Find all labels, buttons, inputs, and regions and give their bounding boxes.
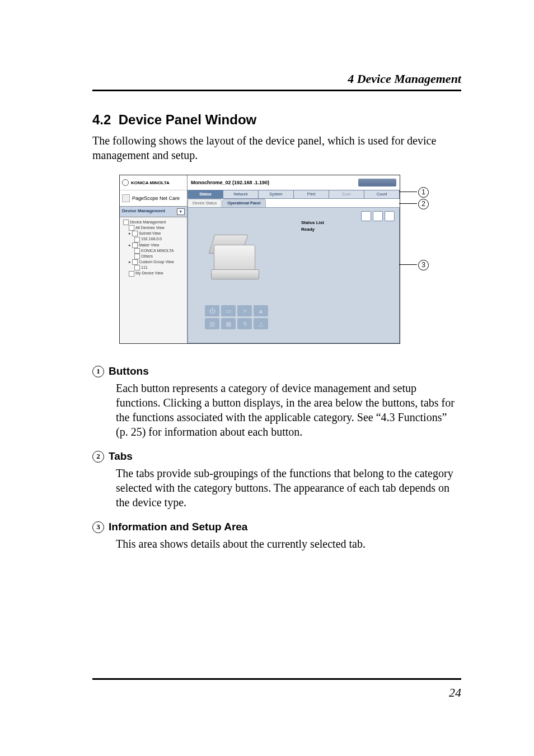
main-area: Monochrome_02 (192.168 .1.190) Status Ne… bbox=[188, 175, 400, 343]
tree-item[interactable]: Subnet View bbox=[139, 231, 161, 235]
sidebar-header-label: Device Management bbox=[122, 208, 165, 215]
tree-root[interactable]: Device Management bbox=[130, 220, 166, 224]
netcare-row: PageScope Net Care bbox=[120, 190, 187, 207]
tree-item[interactable]: Custom Group View bbox=[139, 260, 174, 264]
callout-line-1 bbox=[399, 192, 417, 192]
item-heading-buttons: 1 Buttons bbox=[92, 365, 460, 377]
toner-icon: ▲ bbox=[254, 305, 268, 316]
device-status-tab[interactable]: Device Status bbox=[188, 199, 222, 207]
paper-icon: ▭ bbox=[221, 305, 236, 316]
item-body-buttons: Each button represents a category of dev… bbox=[116, 381, 460, 439]
header-rule bbox=[92, 90, 461, 91]
category-button-row: Status Network System Print Scan Count bbox=[188, 190, 400, 199]
item-title-buttons: Buttons bbox=[109, 365, 149, 377]
circled-number-3: 3 bbox=[92, 521, 104, 533]
network-button[interactable]: Network bbox=[223, 190, 259, 199]
power-icon: ⏻ bbox=[205, 305, 219, 316]
tray-icon: ▥ bbox=[205, 318, 219, 329]
dropdown-icon[interactable]: ▾ bbox=[177, 208, 185, 215]
sub-tab-row: Device Status Operational Panel bbox=[188, 199, 400, 207]
netcare-icon bbox=[122, 194, 130, 202]
chapter-title: 4 Device Management bbox=[92, 72, 461, 86]
callout-line-2 bbox=[399, 203, 417, 204]
information-setup-area: ⏻ ▭ ⤬ ▲ ▥ ▦ ↯ △ Status List bbox=[188, 207, 400, 343]
sidebar-header: Device Management ▾ bbox=[120, 207, 187, 217]
app-frame: KONICA MINOLTA PageScope Net Care Device… bbox=[119, 175, 400, 344]
search-device-button[interactable] bbox=[358, 179, 396, 186]
tree-item[interactable]: My Device View bbox=[135, 271, 163, 275]
refresh-icon[interactable] bbox=[373, 211, 383, 221]
scan-button[interactable]: Scan bbox=[329, 190, 364, 199]
door-icon: ⤬ bbox=[237, 305, 252, 316]
item-heading-info-area: 3 Information and Setup Area bbox=[92, 521, 460, 533]
up-arrow-icon[interactable] bbox=[361, 211, 371, 221]
item-body-tabs: The tabs provide sub-groupings of the fu… bbox=[116, 466, 460, 510]
brand-logo: KONICA MINOLTA bbox=[120, 175, 187, 190]
tree-item[interactable]: Others bbox=[141, 254, 153, 258]
brand-text: KONICA MINOLTA bbox=[131, 180, 170, 185]
callout-line-3 bbox=[399, 264, 417, 265]
item-title-tabs: Tabs bbox=[109, 450, 133, 463]
page-number: 24 bbox=[92, 685, 461, 700]
circled-number-2: 2 bbox=[92, 451, 104, 463]
callout-3: 3 bbox=[418, 259, 429, 270]
status-button[interactable]: Status bbox=[188, 190, 223, 199]
section-number: 4.2 bbox=[92, 112, 111, 127]
item-title-info-area: Information and Setup Area bbox=[109, 521, 247, 533]
system-button[interactable]: System bbox=[259, 190, 294, 199]
sidebar: KONICA MINOLTA PageScope Net Care Device… bbox=[120, 175, 188, 343]
item-body-info-area: This area shows details about the curren… bbox=[116, 536, 460, 551]
tree-item[interactable]: KONICA MINOLTA bbox=[141, 249, 174, 253]
item-heading-tabs: 2 Tabs bbox=[92, 450, 460, 463]
status-icon-grid: ⏻ ▭ ⤬ ▲ ▥ ▦ ↯ △ bbox=[205, 305, 268, 329]
toolbar-buttons bbox=[361, 211, 395, 221]
callout-1: 1 bbox=[418, 186, 429, 198]
warning-icon: △ bbox=[254, 318, 268, 329]
circled-number-1: 1 bbox=[92, 366, 104, 377]
count-button[interactable]: Count bbox=[364, 190, 400, 199]
footer-rule bbox=[92, 678, 461, 680]
printer-image bbox=[206, 230, 262, 281]
brand-icon bbox=[122, 179, 129, 186]
help-icon[interactable] bbox=[385, 211, 395, 221]
job-icon: ↯ bbox=[237, 318, 252, 329]
ready-label: Ready bbox=[301, 227, 315, 232]
device-title: Monochrome_02 (192.168 .1.190) bbox=[191, 180, 269, 185]
output-icon: ▦ bbox=[221, 318, 236, 329]
callout-2: 2 bbox=[418, 198, 429, 209]
tree-item[interactable]: 111 bbox=[141, 265, 148, 269]
device-tree[interactable]: Device Management All Devices View ▸ Sub… bbox=[120, 217, 187, 279]
figure-screenshot: KONICA MINOLTA PageScope Net Care Device… bbox=[119, 175, 433, 343]
intro-paragraph: The following shows the layout of the de… bbox=[92, 133, 460, 162]
section-title: 4.2 Device Panel Window bbox=[92, 112, 460, 128]
operational-panel-tab[interactable]: Operational Panel bbox=[222, 199, 266, 207]
section-heading: Device Panel Window bbox=[119, 112, 257, 127]
tree-item[interactable]: All Devices View bbox=[135, 226, 165, 230]
print-button[interactable]: Print bbox=[294, 190, 329, 199]
title-bar: Monochrome_02 (192.168 .1.190) bbox=[188, 175, 400, 190]
tree-item[interactable]: 192.168.0.0 bbox=[141, 237, 162, 241]
netcare-label: PageScope Net Care bbox=[132, 195, 180, 201]
tree-item[interactable]: Maker View bbox=[139, 243, 159, 247]
